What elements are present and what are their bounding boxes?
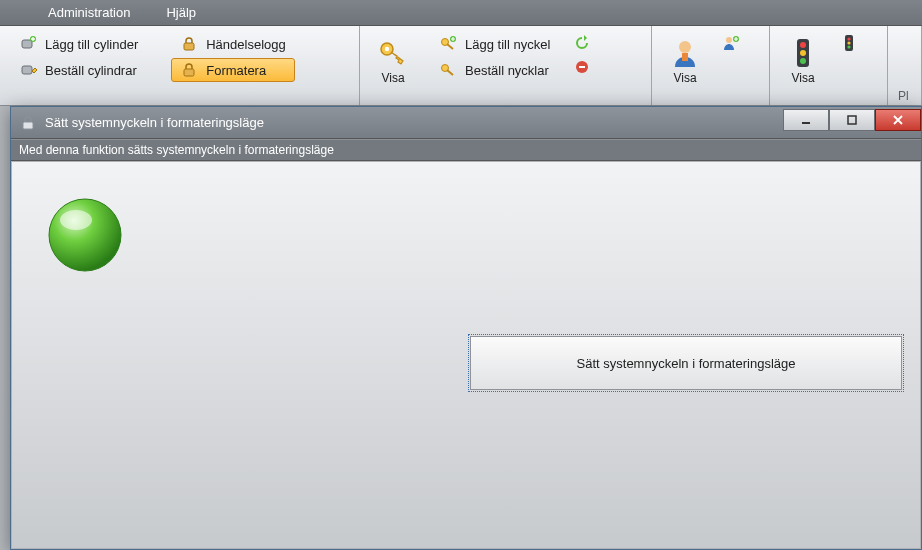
add-key-button[interactable]: Lägg till nyckel (430, 32, 559, 56)
ribbon-group-status: Visa (770, 26, 888, 105)
ribbon-group-plan: Pl (888, 26, 922, 105)
order-cylinders-label: Beställ cylindrar (45, 63, 137, 78)
event-log-label: Händelselogg (206, 37, 286, 52)
order-cylinders-button[interactable]: Beställ cylindrar (10, 58, 147, 82)
dialog-title: Sätt systemnyckeln i formateringsläge (45, 115, 264, 130)
person-icon (669, 37, 701, 69)
lock-icon (180, 35, 198, 53)
dialog-body: Sätt systemnyckeln i formateringsläge (11, 161, 921, 549)
svg-point-16 (800, 42, 806, 48)
svg-point-11 (679, 41, 691, 53)
dialog-subtitle: Med denna funktion sätts systemnyckeln i… (11, 139, 921, 161)
svg-rect-24 (802, 122, 810, 124)
svg-rect-3 (184, 43, 194, 50)
show-status-label: Visa (791, 71, 814, 85)
svg-point-22 (847, 45, 850, 48)
svg-point-26 (49, 199, 121, 271)
event-log-button[interactable]: Händelselogg (171, 32, 295, 56)
order-keys-button[interactable]: Beställ nycklar (430, 58, 559, 82)
add-cylinder-button[interactable]: Lägg till cylinder (10, 32, 147, 56)
key-icon (377, 37, 409, 69)
minimize-button[interactable] (783, 109, 829, 131)
format-icon (180, 61, 198, 79)
show-users-label: Visa (673, 71, 696, 85)
show-keys-label: Visa (381, 71, 404, 85)
show-status-button[interactable]: Visa (780, 32, 826, 90)
svg-rect-4 (184, 69, 194, 76)
svg-point-21 (847, 41, 850, 44)
svg-rect-23 (23, 122, 33, 129)
maximize-button[interactable] (829, 109, 875, 131)
svg-rect-25 (848, 116, 856, 124)
key-refresh-icon[interactable] (573, 34, 591, 52)
ribbon: Lägg till cylinder Beställ cylindrar Hän… (0, 26, 922, 106)
cylinder-add-icon (19, 35, 37, 53)
menubar: Administration Hjälp (0, 0, 922, 26)
svg-rect-2 (22, 66, 32, 74)
cylinder-order-icon (19, 61, 37, 79)
add-user-icon[interactable] (722, 34, 740, 52)
svg-point-17 (800, 50, 806, 56)
dialog-titlebar[interactable]: Sätt systemnyckeln i formateringsläge (11, 107, 921, 139)
close-button[interactable] (875, 109, 921, 131)
menu-help[interactable]: Hjälp (148, 1, 214, 24)
key-add-icon (439, 35, 457, 53)
traffic-light-small-icon[interactable] (840, 34, 858, 52)
key-delete-icon[interactable] (573, 58, 591, 76)
dialog-lock-icon (19, 114, 37, 132)
status-orb-icon (46, 196, 124, 274)
format-systemkey-button[interactable]: Sätt systemnyckeln i formateringsläge (470, 336, 902, 390)
ribbon-group-cylinders: Lägg till cylinder Beställ cylindrar Hän… (0, 26, 360, 105)
traffic-light-icon (787, 37, 819, 69)
dialog-window-controls (783, 107, 921, 138)
format-systemkey-label: Sätt systemnyckeln i formateringsläge (577, 356, 796, 371)
ribbon-group-plan-label: Pl (898, 89, 911, 103)
svg-point-13 (726, 37, 732, 43)
svg-point-18 (800, 58, 806, 64)
format-dialog: Sätt systemnyckeln i formateringsläge Me… (10, 106, 922, 550)
svg-rect-0 (22, 40, 32, 48)
ribbon-group-keys: Visa Lägg till nyckel Beställ nycklar (360, 26, 652, 105)
svg-point-6 (385, 47, 389, 51)
svg-point-27 (60, 210, 92, 230)
svg-rect-12 (682, 53, 688, 61)
menu-administration[interactable]: Administration (30, 1, 148, 24)
key-order-icon (439, 61, 457, 79)
show-users-button[interactable]: Visa (662, 32, 708, 90)
add-key-label: Lägg till nyckel (465, 37, 550, 52)
format-button[interactable]: Formatera (171, 58, 295, 82)
svg-point-20 (847, 37, 850, 40)
format-label: Formatera (206, 63, 266, 78)
add-cylinder-label: Lägg till cylinder (45, 37, 138, 52)
show-keys-button[interactable]: Visa (370, 32, 416, 90)
order-keys-label: Beställ nycklar (465, 63, 549, 78)
ribbon-group-users: Visa (652, 26, 770, 105)
